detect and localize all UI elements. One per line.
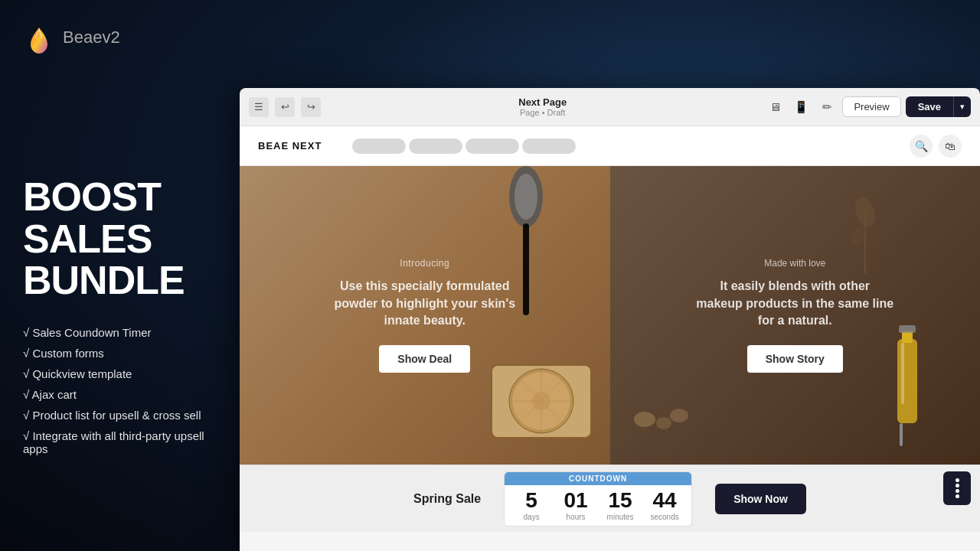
- nav-link-1: [352, 139, 406, 154]
- nav-link-2: [409, 139, 462, 154]
- svg-rect-2: [523, 223, 529, 315]
- hero-right-description: It easily blends with other makeup produ…: [695, 278, 894, 329]
- hero-left-panel: Introducing Use this specially formulate…: [240, 166, 610, 465]
- svg-point-10: [532, 392, 550, 410]
- feature-item-1: √ Sales Coundown Timer: [23, 326, 214, 339]
- browser-toolbar: ☰ ↩ ↪ Next Page Page • Draft 🖥 📱 ✏ Previ…: [240, 88, 980, 126]
- countdown-bar: Spring Sale COUNTDOWN 5 days 01 hours: [240, 465, 980, 532]
- minutes-label: minutes: [607, 513, 634, 521]
- floating-dot-4: [956, 494, 959, 498]
- perfume-bottle-icon: [880, 316, 934, 454]
- desktop-view-button[interactable]: 🖥: [764, 96, 786, 118]
- preview-button[interactable]: Preview: [842, 96, 900, 117]
- cart-nav-button[interactable]: 🛍: [939, 135, 962, 158]
- countdown-hours: 01 hours: [557, 490, 595, 521]
- hamburger-menu-button[interactable]: ☰: [249, 97, 269, 117]
- floating-dot-3: [956, 489, 959, 493]
- spring-sale-label: Spring Sale: [413, 492, 481, 506]
- hero-left-description: Use this specially formulated powder to …: [325, 278, 524, 329]
- nav-link-4: [522, 139, 576, 154]
- redo-button[interactable]: ↪: [301, 97, 321, 117]
- logo-area: Beaev2: [23, 21, 214, 54]
- logo-version: v2: [102, 28, 119, 47]
- headline-line1: BOOST SALES: [23, 174, 161, 261]
- feature-item-3: √ Quickview template: [23, 367, 214, 380]
- show-now-button[interactable]: Show Now: [715, 484, 806, 514]
- floating-action-button[interactable]: [943, 471, 971, 505]
- hero-right-tag: Made with love: [764, 258, 825, 269]
- store-brand: BEAE NEXT: [258, 140, 322, 152]
- save-button[interactable]: Save: [906, 96, 953, 117]
- save-dropdown-button[interactable]: ▾: [953, 96, 971, 117]
- logo-text: Beaev2: [63, 28, 120, 47]
- browser-actions: 🖥 📱 ✏ Preview Save ▾: [764, 96, 971, 118]
- page-subtitle: Page • Draft: [520, 108, 566, 117]
- minutes-value: 15: [609, 490, 632, 511]
- store-nav: BEAE NEXT 🔍 🛍: [240, 126, 980, 166]
- feature-item-6: √ Integrate with all third-party upsell …: [23, 429, 214, 455]
- headline: BOOST SALES BUNDLE: [23, 176, 214, 302]
- seconds-label: seconds: [651, 513, 679, 521]
- save-button-group: Save ▾: [906, 96, 971, 117]
- show-deal-button[interactable]: Show Deal: [379, 345, 470, 373]
- store-nav-icons: 🔍 🛍: [910, 135, 962, 158]
- countdown-numbers: 5 days 01 hours 15 minutes: [505, 485, 691, 526]
- headline-text: BOOST SALES BUNDLE: [23, 176, 214, 302]
- headline-line2: BUNDLE: [23, 258, 185, 302]
- floating-dot-1: [956, 478, 959, 482]
- hero-split: Introducing Use this specially formulate…: [240, 166, 980, 465]
- makeup-brush-icon: [503, 166, 549, 319]
- feature-item-4: √ Ajax cart: [23, 388, 214, 401]
- days-value: 5: [525, 490, 537, 511]
- mobile-view-button[interactable]: 📱: [790, 96, 812, 118]
- countdown-widget: COUNTDOWN 5 days 01 hours 15 minutes: [504, 471, 692, 527]
- logo-brand-name: Beae: [63, 28, 102, 47]
- page-title: Next Page: [518, 96, 567, 108]
- countdown-seconds: 44 seconds: [645, 490, 684, 521]
- svg-rect-11: [900, 423, 903, 446]
- store-nav-links: [352, 139, 910, 154]
- browser-window: ☰ ↩ ↪ Next Page Page • Draft 🖥 📱 ✏ Previ…: [240, 88, 980, 551]
- left-panel: Beaev2 BOOST SALES BUNDLE √ Sales Coundo…: [0, 0, 237, 551]
- settings-button[interactable]: ✏: [816, 96, 838, 118]
- hours-label: hours: [567, 513, 586, 521]
- countdown-label: COUNTDOWN: [505, 472, 691, 485]
- logo-icon: [23, 21, 55, 54]
- svg-point-1: [514, 174, 537, 220]
- page-title-area: Next Page Page • Draft: [327, 96, 758, 117]
- hero-left-tag: Introducing: [400, 258, 449, 269]
- features-list: √ Sales Coundown Timer √ Custom forms √ …: [23, 326, 214, 455]
- floating-dot-2: [956, 484, 959, 487]
- hours-value: 01: [564, 490, 588, 511]
- feature-item-2: √ Custom forms: [23, 347, 214, 360]
- feature-item-5: √ Product list for upsell & cross sell: [23, 409, 214, 422]
- compact-powder-icon: [488, 357, 595, 442]
- days-label: days: [524, 513, 540, 521]
- countdown-days: 5 days: [512, 490, 550, 521]
- svg-rect-12: [897, 339, 917, 423]
- nav-link-3: [466, 139, 519, 154]
- hero-right-panel: Made with love It easily blends with oth…: [610, 166, 981, 465]
- seconds-value: 44: [653, 490, 677, 511]
- search-nav-button[interactable]: 🔍: [910, 135, 933, 158]
- page-content: BEAE NEXT 🔍 🛍: [240, 126, 980, 551]
- svg-rect-13: [902, 331, 913, 343]
- svg-rect-14: [899, 325, 916, 333]
- undo-button[interactable]: ↩: [275, 97, 295, 117]
- show-story-button[interactable]: Show Story: [747, 345, 843, 373]
- countdown-minutes: 15 minutes: [601, 490, 639, 521]
- svg-rect-15: [901, 343, 904, 404]
